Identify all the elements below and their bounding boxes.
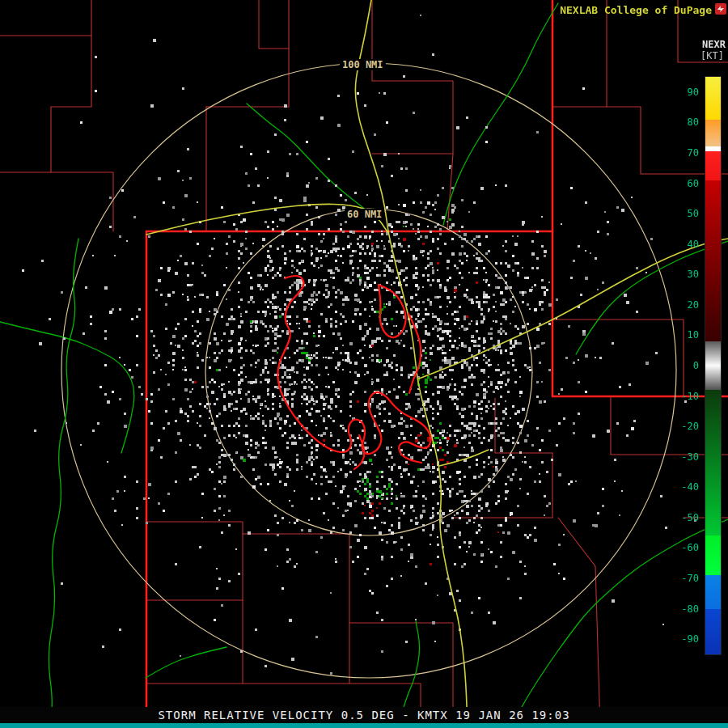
color-scale-tick-label: -70 (681, 573, 699, 584)
color-scale-tick-label: -80 (681, 603, 699, 615)
color-scale-tick-label: 30 (688, 269, 699, 280)
color-scale-tick-label: 90 (688, 87, 699, 98)
color-scale-segment (705, 609, 721, 654)
radar-screen: 100 NMI 60 NMI NEXLAB College of DuPage … (0, 0, 728, 728)
color-scale-segment (705, 180, 721, 341)
color-scale-tick-label: 40 (688, 239, 699, 250)
color-scale-tick-label: -50 (681, 512, 699, 523)
color-scale-segment (705, 341, 721, 366)
color-scale-tick-label: 20 (688, 299, 699, 311)
cod-logo-icon (715, 2, 726, 14)
color-scale-tick-label: 80 (688, 116, 699, 128)
color-scale-tick-label: -10 (681, 391, 699, 402)
color-scale-tick-label: 60 (688, 178, 699, 189)
color-scale-tick-label: -90 (681, 633, 699, 645)
color-scale-tick-label: 70 (688, 147, 699, 159)
color-scale-tick-label: -60 (681, 542, 699, 553)
color-scale-segment (705, 535, 721, 575)
color-scale-tick-label: 0 (693, 360, 699, 371)
status-text: STORM RELATIVE VELOCITY 0.5 DEG - KMTX 1… (158, 709, 569, 722)
color-scale-segment (705, 575, 721, 608)
bottom-accent-strip (0, 723, 728, 728)
color-scale-segment (705, 77, 721, 120)
color-scale-tick-label: -30 (681, 451, 699, 463)
color-scale-tick-label: -40 (681, 481, 699, 493)
color-scale-bar (705, 77, 721, 654)
radar-map-canvas (0, 0, 728, 728)
color-scale-tick-label: -20 (681, 421, 699, 432)
colorbar-units: [KT] (700, 50, 724, 61)
status-bar: STORM RELATIVE VELOCITY 0.5 DEG - KMTX 1… (0, 707, 728, 723)
colorbar-title: NEXR (702, 39, 726, 50)
color-scale-segment (705, 366, 721, 390)
color-scale-segment (705, 390, 721, 535)
range-ring-label-100nmi: 100 NMI (340, 59, 386, 70)
color-scale-segment (705, 120, 721, 147)
color-scale-tick-label: 50 (688, 208, 699, 219)
brand-text: NEXLAB College of DuPage (560, 4, 712, 16)
color-scale-tick-label: 10 (688, 329, 699, 341)
range-ring-label-60nmi: 60 NMI (345, 209, 384, 220)
color-scale-segment (705, 151, 721, 180)
